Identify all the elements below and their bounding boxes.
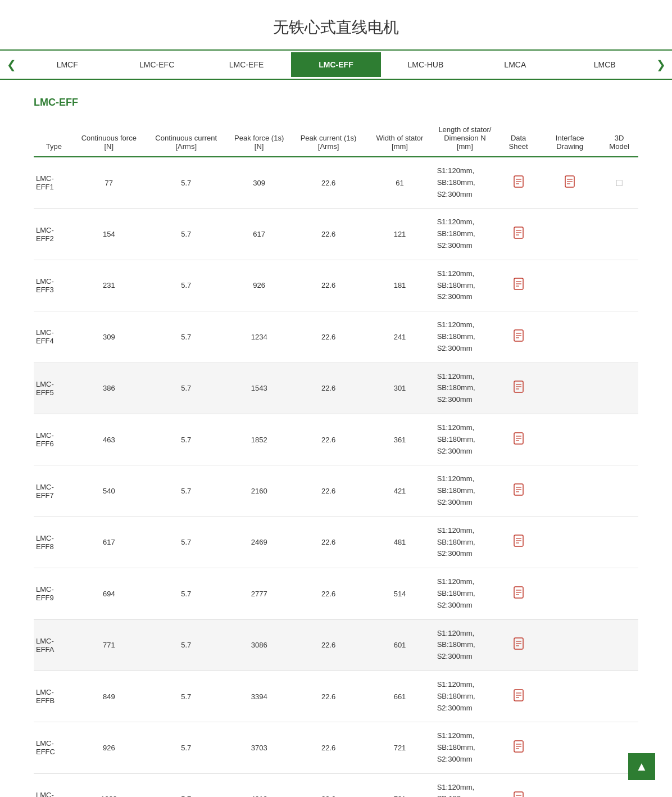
table-header: Continuous force [N]: [74, 120, 144, 157]
interface-drawing-cell[interactable]: [539, 568, 600, 619]
3d-model-cell[interactable]: □: [600, 157, 638, 209]
section-title: LMC-EFF: [34, 97, 638, 108]
3d-model-cell[interactable]: [600, 260, 638, 311]
stator-dimension-cell: S1:120mm,SB:180mm,S2:300mm: [433, 311, 497, 363]
interface-drawing-cell[interactable]: [539, 773, 600, 797]
3d-model-cell[interactable]: [600, 671, 638, 722]
interface-drawing-cell[interactable]: [539, 209, 600, 260]
interface-drawing-cell[interactable]: [539, 619, 600, 671]
nav-tab-lmca[interactable]: LMCA: [470, 52, 560, 77]
pdf-icon[interactable]: [514, 383, 524, 395]
data-sheet-cell[interactable]: [497, 568, 539, 619]
pdf-icon[interactable]: [514, 332, 524, 344]
data-sheet-cell[interactable]: [497, 363, 539, 414]
table-cell: 5.7: [144, 773, 229, 797]
table-cell: 1234: [229, 311, 290, 363]
table-cell: 2469: [229, 517, 290, 568]
3d-model-cell[interactable]: [600, 311, 638, 363]
nav-tab-lmcb[interactable]: LMCB: [560, 52, 650, 77]
table-cell: 3703: [229, 722, 290, 773]
product-table: TypeContinuous force [N]Continuous curre…: [34, 120, 638, 797]
table-cell: 694: [74, 568, 144, 619]
table-cell: 617: [74, 517, 144, 568]
pdf-icon[interactable]: [514, 691, 524, 704]
3d-model-cell[interactable]: [600, 465, 638, 517]
3d-model-cell[interactable]: [600, 517, 638, 568]
table-cell: 309: [229, 157, 290, 209]
pdf-icon[interactable]: [514, 537, 524, 549]
table-cell: LMC-EFF7: [34, 465, 74, 517]
table-header: Length of stator/Dimension N [mm]: [433, 120, 497, 157]
data-sheet-cell[interactable]: [497, 157, 539, 209]
pdf-icon[interactable]: [514, 434, 524, 447]
interface-drawing-cell[interactable]: [539, 414, 600, 465]
table-cell: 5.7: [144, 260, 229, 311]
3d-model-cell[interactable]: [600, 363, 638, 414]
stator-dimension-cell: S1:120mm,SB:180mm,S2:300mm: [433, 722, 497, 773]
3d-model-cell[interactable]: [600, 414, 638, 465]
back-to-top-button[interactable]: ▲: [628, 753, 655, 780]
table-cell: LMC-EFFB: [34, 671, 74, 722]
3d-model-cell[interactable]: [600, 568, 638, 619]
pdf-icon[interactable]: [514, 178, 524, 190]
data-sheet-cell[interactable]: [497, 465, 539, 517]
table-cell: 5.7: [144, 465, 229, 517]
table-cell: LMC-EFFD: [34, 773, 74, 797]
pdf-icon[interactable]: [514, 588, 524, 601]
interface-drawing-cell[interactable]: [539, 311, 600, 363]
nav-tab-lmchub[interactable]: LMC-HUB: [381, 52, 470, 77]
table-row: LMC-EFF75405.7216022.6421S1:120mm,SB:180…: [34, 465, 638, 517]
nav-prev-arrow[interactable]: ❮: [0, 51, 22, 79]
pdf-icon[interactable]: [514, 794, 524, 797]
nav-tab-lmcefe[interactable]: LMC-EFE: [202, 52, 291, 77]
table-cell: 2160: [229, 465, 290, 517]
interface-drawing-cell[interactable]: [539, 157, 600, 209]
3d-model-cell[interactable]: [600, 209, 638, 260]
table-cell: LMC-EFF6: [34, 414, 74, 465]
table-cell: 3394: [229, 671, 290, 722]
data-sheet-cell[interactable]: [497, 209, 539, 260]
content-area: LMC-EFF TypeContinuous force [N]Continuo…: [0, 80, 672, 797]
data-sheet-cell[interactable]: [497, 260, 539, 311]
data-sheet-cell[interactable]: [497, 671, 539, 722]
data-sheet-cell[interactable]: [497, 619, 539, 671]
data-sheet-cell[interactable]: [497, 414, 539, 465]
table-cell: 22.6: [290, 157, 367, 209]
nav-tab-lmcf[interactable]: LMCF: [22, 52, 112, 77]
pdf-icon[interactable]: [514, 229, 524, 241]
interface-drawing-cell[interactable]: [539, 671, 600, 722]
pdf-icon[interactable]: [514, 486, 524, 498]
table-cell: 181: [367, 260, 432, 311]
interface-pdf-icon[interactable]: [565, 178, 575, 190]
table-cell: 5.7: [144, 414, 229, 465]
3d-model-icon[interactable]: □: [616, 177, 623, 188]
pdf-icon[interactable]: [514, 640, 524, 652]
table-cell: LMC-EFF5: [34, 363, 74, 414]
interface-drawing-cell[interactable]: [539, 260, 600, 311]
interface-drawing-cell[interactable]: [539, 363, 600, 414]
pdf-icon[interactable]: [514, 742, 524, 755]
table-cell: 22.6: [290, 722, 367, 773]
data-sheet-cell[interactable]: [497, 722, 539, 773]
data-sheet-cell[interactable]: [497, 311, 539, 363]
pdf-icon[interactable]: [514, 280, 524, 292]
table-cell: 849: [74, 671, 144, 722]
nav-tab-lmceff[interactable]: LMC-EFF: [291, 52, 380, 77]
table-cell: 5.7: [144, 722, 229, 773]
interface-drawing-cell[interactable]: [539, 465, 600, 517]
stator-dimension-cell: S1:120mm,SB:180mm,S2:300mm: [433, 671, 497, 722]
data-sheet-cell[interactable]: [497, 517, 539, 568]
nav-tab-lmcefc[interactable]: LMC-EFC: [112, 52, 201, 77]
table-cell: LMC-EFF4: [34, 311, 74, 363]
stator-dimension-cell: S1:120mm,SB:180mm,S2:300mm: [433, 414, 497, 465]
data-sheet-cell[interactable]: [497, 773, 539, 797]
table-row: LMC-EFF86175.7246922.6481S1:120mm,SB:180…: [34, 517, 638, 568]
table-row: LMC-EFFD10035.7401222.6781S1:120mm,SB:18…: [34, 773, 638, 797]
table-cell: LMC-EFF9: [34, 568, 74, 619]
interface-drawing-cell[interactable]: [539, 517, 600, 568]
3d-model-cell[interactable]: [600, 619, 638, 671]
stator-dimension-cell: S1:120mm,SB:180mm,S2:300mm: [433, 465, 497, 517]
interface-drawing-cell[interactable]: [539, 722, 600, 773]
table-cell: LMC-EFF2: [34, 209, 74, 260]
nav-next-arrow[interactable]: ❯: [650, 51, 672, 79]
